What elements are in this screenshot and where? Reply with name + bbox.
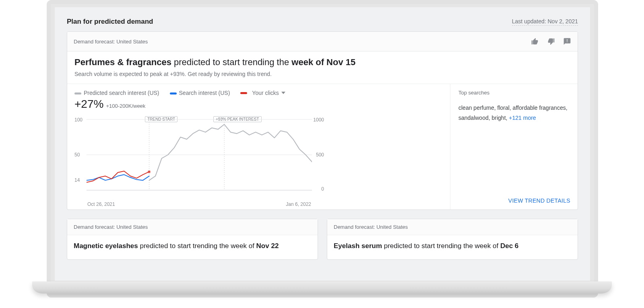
small-forecast-card-1[interactable]: Demand forecast: United States Magnetic … — [67, 219, 318, 260]
y-right-0: 0 — [321, 186, 324, 192]
headline-topic: Perfumes & fragrances — [74, 57, 171, 67]
small-card-source: Demand forecast: United States — [67, 219, 318, 235]
screen: Plan for predicted demand Last updated: … — [55, 7, 590, 281]
trend-chart: 100 50 14 1000 500 0 Oct 26, 2021 Jan 6,… — [74, 114, 324, 205]
view-trend-details-link[interactable]: VIEW TREND DETAILS — [458, 197, 570, 204]
growth-percent: +27% — [74, 98, 103, 111]
thumbs-down-icon[interactable] — [547, 37, 555, 45]
top-searches-more-link[interactable]: +121 more — [509, 115, 536, 121]
x-start: Oct 26, 2021 — [87, 201, 115, 207]
small-forecast-card-2[interactable]: Demand forecast: United States Eyelash s… — [327, 219, 578, 260]
thumbs-up-icon[interactable] — [531, 37, 539, 45]
headline-date: week of Nov 15 — [291, 57, 355, 67]
legend-predicted: Predicted search interest (US) — [74, 90, 159, 96]
top-searches-terms: clean perfume, floral, affordable fragra… — [458, 103, 570, 123]
chart-svg — [87, 119, 312, 199]
forecast-headline: Perfumes & fragrances predicted to start… — [74, 57, 570, 68]
small-card-source: Demand forecast: United States — [327, 219, 578, 235]
headline-mid: predicted to start trending the — [171, 57, 291, 67]
y-right-500: 500 — [316, 152, 324, 158]
last-updated: Last updated: Nov 2, 2021 — [512, 18, 578, 26]
y-left-100: 100 — [74, 117, 83, 123]
legend-search: Search interest (US) — [170, 90, 230, 96]
y-right-1000: 1000 — [313, 117, 324, 123]
legend-your-clicks-dropdown[interactable]: Your clicks — [240, 90, 285, 96]
page-title: Plan for predicted demand — [67, 18, 153, 26]
y-left-14: 14 — [74, 177, 80, 183]
growth-rate: +100-200K/week — [106, 103, 145, 109]
x-end: Jan 6, 2022 — [286, 201, 311, 207]
feedback-icon[interactable] — [563, 37, 571, 45]
forecast-subtitle: Search volume is expected to peak at +93… — [74, 71, 570, 77]
chevron-down-icon — [281, 92, 285, 94]
top-searches-title: Top searches — [458, 90, 570, 96]
y-left-50: 50 — [74, 152, 80, 158]
small-card-text: Eyelash serum predicted to start trendin… — [327, 235, 578, 259]
laptop-base — [32, 281, 612, 294]
svg-point-6 — [148, 171, 150, 172]
small-card-text: Magnetic eyelashes predicted to start tr… — [67, 235, 318, 259]
main-forecast-card: Demand forecast: United States Perfumes … — [67, 31, 578, 210]
forecast-source: Demand forecast: United States — [74, 39, 148, 45]
